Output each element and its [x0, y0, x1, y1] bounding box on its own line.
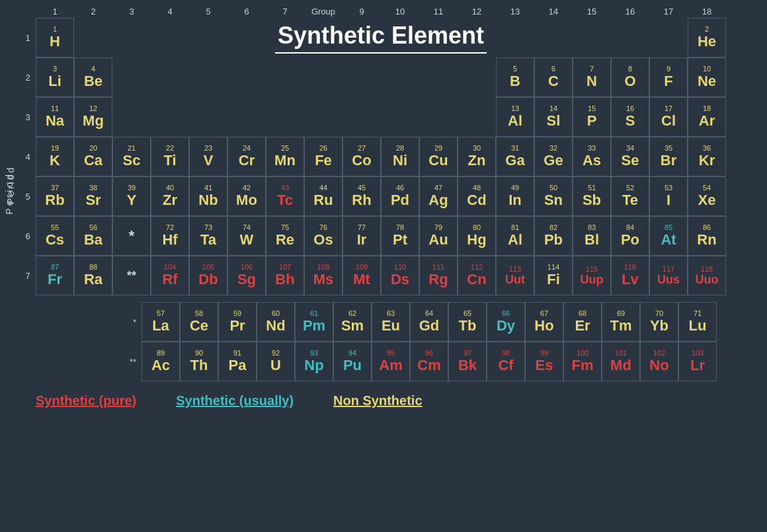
element-Si[interactable]: 14Sl [534, 97, 573, 137]
element-Ra[interactable]: 88Ra [74, 256, 112, 295]
element-Na[interactable]: 11Na [36, 97, 74, 137]
element-Pm[interactable]: 61Pm [295, 302, 333, 342]
element-F[interactable]: 9F [649, 57, 688, 97]
element-Ba[interactable]: 56Ba [74, 216, 112, 256]
element-Uut[interactable]: 113Uut [496, 256, 534, 295]
element-Md[interactable]: 101Md [602, 342, 640, 381]
element-Lr[interactable]: 103Lr [678, 342, 717, 381]
element-La[interactable]: 57La [141, 302, 180, 342]
element-Fe[interactable]: 26Fe [304, 137, 343, 176]
element-Sn[interactable]: 50Sn [534, 176, 573, 216]
element-Es[interactable]: 99Es [525, 342, 563, 381]
element-Cd[interactable]: 48Cd [458, 176, 496, 216]
element-Cf[interactable]: 98Cf [487, 342, 525, 381]
element-Ga[interactable]: 31Ga [496, 137, 534, 176]
element-Al[interactable]: 13Al [496, 97, 534, 137]
element-Hg[interactable]: 80Hg [458, 216, 496, 256]
element-Th[interactable]: 90Th [180, 342, 218, 381]
element-Fm[interactable]: 100Fm [563, 342, 602, 381]
element-Os[interactable]: 76Os [304, 216, 343, 256]
element-At[interactable]: 85At [649, 216, 688, 256]
element-Fr[interactable]: 87Fr [36, 256, 74, 295]
element-Mn[interactable]: 25Mn [266, 137, 304, 176]
element-V[interactable]: 23V [189, 137, 227, 176]
element-Lv[interactable]: 116Lv [611, 256, 649, 295]
element-Sr[interactable]: 38Sr [74, 176, 112, 216]
element-Nd[interactable]: 60Nd [257, 302, 295, 342]
element-Pa[interactable]: 91Pa [218, 342, 257, 381]
element-Cl[interactable]: 17Cl [649, 97, 688, 137]
element-Cr[interactable]: 24Cr [227, 137, 266, 176]
element-Ti[interactable]: 22Ti [151, 137, 189, 176]
element-Ca[interactable]: 20Ca [74, 137, 112, 176]
element-C[interactable]: 6C [534, 57, 573, 97]
element-Ir[interactable]: 77Ir [343, 216, 381, 256]
element-In[interactable]: 49In [496, 176, 534, 216]
element-B[interactable]: 5B [496, 57, 534, 97]
element-H[interactable]: 1 H [36, 18, 74, 57]
element-Ds[interactable]: 110Ds [381, 256, 419, 295]
element-Ce[interactable]: 58Ce [180, 302, 218, 342]
element-W[interactable]: 74W [227, 216, 266, 256]
element-Cn[interactable]: 112Cn [458, 256, 496, 295]
element-Ar[interactable]: 18Ar [688, 97, 726, 137]
element-Zn[interactable]: 30Zn [458, 137, 496, 176]
element-No[interactable]: 102No [640, 342, 678, 381]
element-Tb[interactable]: 65Tb [448, 302, 487, 342]
element-Tc[interactable]: 43Tc [266, 176, 304, 216]
element-Ag[interactable]: 47Ag [419, 176, 458, 216]
element-Uup[interactable]: 115Uup [573, 256, 611, 295]
element-Pr[interactable]: 59Pr [218, 302, 257, 342]
element-K[interactable]: 19K [36, 137, 74, 176]
element-Bh[interactable]: 107Bh [266, 256, 304, 295]
element-S[interactable]: 16S [611, 97, 649, 137]
element-Mt[interactable]: 109Mt [343, 256, 381, 295]
element-Am[interactable]: 95Am [372, 342, 410, 381]
element-Tm[interactable]: 69Tm [602, 302, 640, 342]
element-Y[interactable]: 39Y [112, 176, 151, 216]
element-Gd[interactable]: 64Gd [410, 302, 448, 342]
element-Sb[interactable]: 51Sb [573, 176, 611, 216]
element-Ne[interactable]: 10Ne [688, 57, 726, 97]
element-Rg[interactable]: 111Rg [419, 256, 458, 295]
element-Yb[interactable]: 70Yb [640, 302, 678, 342]
element-Ru[interactable]: 44Ru [304, 176, 343, 216]
element-Ho[interactable]: 67Ho [525, 302, 563, 342]
element-Ni[interactable]: 28Ni [381, 137, 419, 176]
element-As[interactable]: 33As [573, 137, 611, 176]
element-Pb[interactable]: 82Pb [534, 216, 573, 256]
element-P[interactable]: 15P [573, 97, 611, 137]
element-Er[interactable]: 68Er [563, 302, 602, 342]
element-Tl[interactable]: 81Al [496, 216, 534, 256]
element-Pt[interactable]: 78Pt [381, 216, 419, 256]
element-Eu[interactable]: 63Eu [372, 302, 410, 342]
element-Fl[interactable]: 114Fi [534, 256, 573, 295]
element-Se[interactable]: 34Se [611, 137, 649, 176]
element-Dy[interactable]: 66Dy [487, 302, 525, 342]
element-Zr[interactable]: 40Zr [151, 176, 189, 216]
element-Be[interactable]: 4Be [74, 57, 112, 97]
element-N[interactable]: 7N [573, 57, 611, 97]
element-Sg[interactable]: 106Sg [227, 256, 266, 295]
element-Cu[interactable]: 29Cu [419, 137, 458, 176]
element-Uus[interactable]: 117Uus [649, 256, 688, 295]
element-Bk[interactable]: 97Bk [448, 342, 487, 381]
element-Cm[interactable]: 96Cm [410, 342, 448, 381]
element-Pd[interactable]: 46Pd [381, 176, 419, 216]
element-Br[interactable]: 35Br [649, 137, 688, 176]
element-Au[interactable]: 79Au [419, 216, 458, 256]
element-Te[interactable]: 52Te [611, 176, 649, 216]
element-Bi[interactable]: 83Bl [573, 216, 611, 256]
element-O[interactable]: 8O [611, 57, 649, 97]
element-Mo[interactable]: 42Mo [227, 176, 266, 216]
element-Lu[interactable]: 71Lu [678, 302, 717, 342]
element-Rb[interactable]: 37Rb [36, 176, 74, 216]
element-Sm[interactable]: 62Sm [333, 302, 372, 342]
element-Rn[interactable]: 86Rn [688, 216, 726, 256]
element-Db[interactable]: 105Db [189, 256, 227, 295]
element-Uuo[interactable]: 118Uuo [688, 256, 726, 295]
element-Hf[interactable]: 72Hf [151, 216, 189, 256]
element-Ta[interactable]: 73Ta [189, 216, 227, 256]
element-I[interactable]: 53I [649, 176, 688, 216]
element-Pu[interactable]: 94Pu [333, 342, 372, 381]
